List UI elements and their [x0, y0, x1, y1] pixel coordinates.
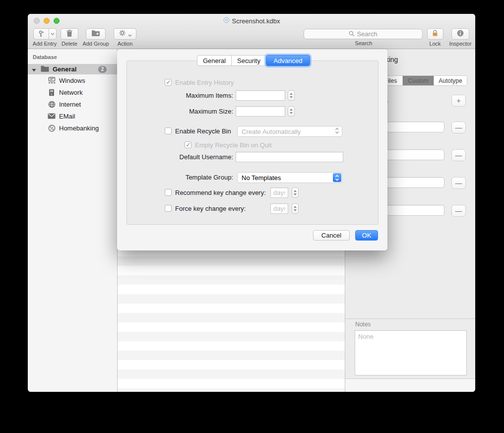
- recommend-key-change-checkbox[interactable]: [165, 189, 172, 196]
- default-username-label: Default Username:: [117, 153, 233, 161]
- info-icon: [456, 29, 464, 39]
- window-title-wrap: Screenshot.kdbx: [28, 14, 475, 28]
- sidebar-item-general[interactable]: General 2: [28, 64, 117, 74]
- default-username-input[interactable]: [236, 152, 343, 162]
- maximum-items-stepper[interactable]: [288, 90, 295, 101]
- homebanking-icon: [47, 124, 56, 132]
- search-input[interactable]: Search: [304, 29, 423, 39]
- sidebar-header: Database: [28, 49, 117, 60]
- maximum-size-label: Maximum Size:: [117, 108, 233, 115]
- recommend-days-input[interactable]: [270, 187, 288, 198]
- force-key-change-checkbox[interactable]: [165, 205, 172, 212]
- internet-icon: [47, 101, 56, 108]
- sidebar-item-network[interactable]: Network: [28, 86, 117, 98]
- force-days-input[interactable]: [270, 203, 288, 214]
- tab-autotype[interactable]: Autotype: [434, 76, 467, 85]
- delete-tool: Delete: [60, 28, 79, 47]
- force-days-stepper[interactable]: [292, 203, 299, 214]
- database-settings-dialog: General Security Advanced Enable Entry H…: [117, 49, 387, 250]
- remove-field-button[interactable]: —: [451, 149, 466, 161]
- popup-value: Create Automatically: [238, 128, 335, 135]
- window-title: Screenshot.kdbx: [232, 17, 280, 25]
- ok-button[interactable]: OK: [355, 230, 378, 241]
- enable-entry-history-label: Enable Entry History: [175, 79, 234, 86]
- remove-field-button[interactable]: —: [451, 205, 466, 217]
- tab-custom[interactable]: Custom: [403, 76, 434, 85]
- recycle-bin-mode-popup[interactable]: Create Automatically: [237, 126, 342, 137]
- sidebar-item-email[interactable]: EMail: [28, 110, 117, 122]
- document-icon: [223, 16, 230, 25]
- sidebar-item-internet[interactable]: Internet: [28, 98, 117, 110]
- add-group-tool: Add Group: [81, 28, 111, 47]
- sidebar: Database General 2 Windows Network Inter…: [28, 49, 118, 392]
- email-icon: [47, 113, 56, 119]
- key-plus-icon[interactable]: [33, 28, 49, 40]
- divider: [345, 318, 475, 319]
- popup-chevrons-icon: [333, 173, 341, 182]
- network-icon: [47, 89, 56, 96]
- action-label: Action: [118, 41, 133, 47]
- empty-recycle-bin-label: Empty Recycle Bin on Quit: [195, 141, 272, 149]
- remove-field-button[interactable]: —: [451, 177, 466, 189]
- delete-label: Delete: [62, 41, 77, 47]
- dialog-tabs: General Security Advanced: [197, 55, 310, 66]
- add-entry-label: Add Entry: [33, 41, 57, 47]
- inspector-label: Inspector: [449, 41, 471, 47]
- sidebar-item-label: Network: [59, 89, 83, 96]
- lock-tool: Lock: [427, 28, 443, 47]
- count-badge: 2: [98, 66, 107, 73]
- action-button[interactable]: [114, 28, 136, 40]
- enable-recycle-bin-checkbox[interactable]: [165, 127, 172, 134]
- remove-field-button[interactable]: —: [451, 122, 466, 133]
- lock-icon: [432, 29, 439, 39]
- delete-button[interactable]: [61, 28, 78, 40]
- template-group-label: Template Group:: [117, 174, 233, 181]
- sidebar-item-windows[interactable]: Windows: [28, 74, 117, 86]
- sidebar-item-label: Internet: [59, 101, 81, 108]
- maximum-size-stepper[interactable]: [288, 106, 295, 117]
- lock-button[interactable]: [427, 28, 443, 40]
- maximum-size-input[interactable]: [236, 106, 285, 117]
- search-placeholder: Search: [357, 30, 377, 38]
- template-group-popup[interactable]: No Templates: [237, 172, 342, 183]
- sidebar-item-label: General: [53, 65, 76, 73]
- inspector-tool: Inspector: [447, 28, 473, 47]
- popup-value: No Templates: [238, 174, 333, 182]
- enable-recycle-bin-label: Enable Recycle Bin: [175, 127, 231, 135]
- recommend-days-stepper[interactable]: [292, 187, 299, 198]
- inspector-footer: [345, 379, 475, 392]
- inspector-button[interactable]: [451, 28, 469, 40]
- empty-recycle-bin-checkbox[interactable]: [185, 141, 191, 148]
- add-group-button[interactable]: [86, 28, 106, 40]
- tab-advanced[interactable]: Advanced: [266, 55, 310, 66]
- add-entry-button[interactable]: [33, 28, 57, 40]
- add-entry-dropdown[interactable]: [49, 28, 57, 40]
- lock-label: Lock: [429, 41, 441, 47]
- gear-icon: [119, 29, 126, 39]
- sidebar-item-homebanking[interactable]: Homebanking: [28, 122, 117, 134]
- title-bar: Screenshot.kdbx: [28, 14, 475, 28]
- cancel-button[interactable]: Cancel: [313, 230, 350, 241]
- windows-icon: [47, 77, 56, 84]
- disclosure-triangle-icon[interactable]: [32, 65, 36, 74]
- add-field-button[interactable]: +: [451, 95, 466, 107]
- enable-entry-history-checkbox[interactable]: [165, 79, 172, 86]
- folder-icon: [41, 65, 49, 74]
- notes-label: Notes: [355, 321, 371, 328]
- tab-general[interactable]: General: [197, 55, 231, 66]
- app-window: Screenshot.kdbx Add Entry Delete Add Gro…: [28, 14, 475, 392]
- maximum-items-label: Maximum Items:: [117, 92, 233, 99]
- popup-chevrons-icon: [335, 127, 339, 135]
- sidebar-item-label: Homebanking: [59, 124, 99, 132]
- search-label: Search: [354, 40, 374, 46]
- search-icon: [349, 30, 355, 39]
- trash-icon: [66, 29, 73, 39]
- chevron-down-icon: [128, 30, 132, 39]
- tab-security[interactable]: Security: [231, 55, 266, 66]
- sidebar-item-label: EMail: [59, 113, 75, 120]
- notes-textarea[interactable]: [355, 330, 467, 375]
- recommend-key-change-label: Recommend key change every:: [175, 189, 266, 196]
- sidebar-item-label: Windows: [59, 77, 85, 84]
- action-tool: Action: [113, 28, 137, 47]
- maximum-items-input[interactable]: [236, 90, 285, 101]
